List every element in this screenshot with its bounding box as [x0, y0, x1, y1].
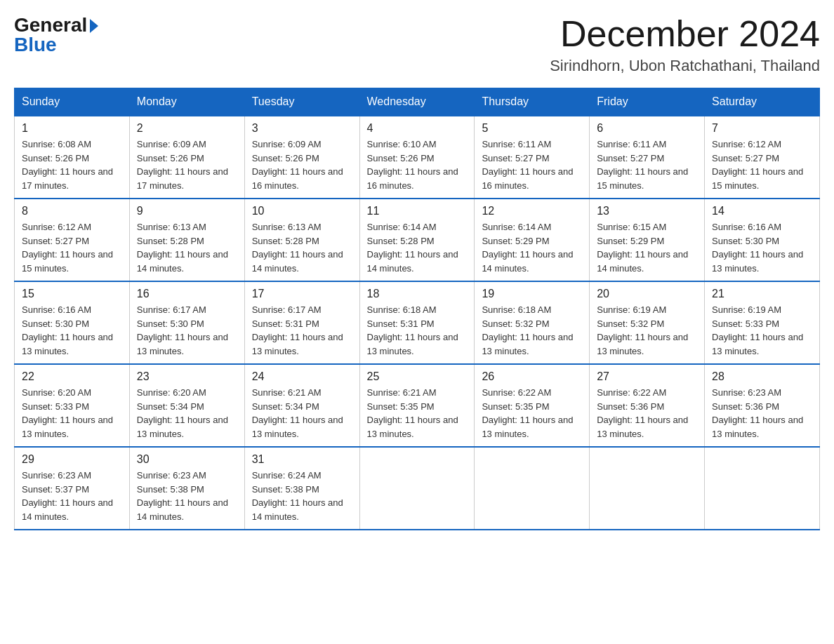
header-wednesday: Wednesday: [359, 88, 475, 116]
calendar-cell: 21 Sunrise: 6:19 AMSunset: 5:33 PMDaylig…: [705, 281, 820, 364]
day-number: 25: [367, 370, 468, 383]
calendar-cell: 23 Sunrise: 6:20 AMSunset: 5:34 PMDaylig…: [129, 364, 244, 447]
day-info: Sunrise: 6:13 AMSunset: 5:28 PMDaylight:…: [137, 222, 228, 274]
header-saturday: Saturday: [705, 88, 820, 116]
day-number: 8: [22, 205, 122, 217]
calendar-cell: 18 Sunrise: 6:18 AMSunset: 5:31 PMDaylig…: [359, 281, 475, 364]
calendar-cell: 13 Sunrise: 6:15 AMSunset: 5:29 PMDaylig…: [590, 199, 705, 281]
day-number: 15: [22, 288, 122, 300]
calendar-cell: [590, 447, 705, 530]
calendar-cell: 24 Sunrise: 6:21 AMSunset: 5:34 PMDaylig…: [244, 364, 359, 447]
day-number: 7: [712, 122, 812, 135]
day-number: 29: [22, 453, 122, 466]
calendar-cell: 15 Sunrise: 6:16 AMSunset: 5:30 PMDaylig…: [15, 281, 130, 364]
calendar-cell: 10 Sunrise: 6:13 AMSunset: 5:28 PMDaylig…: [244, 199, 359, 281]
day-info: Sunrise: 6:12 AMSunset: 5:27 PMDaylight:…: [22, 222, 113, 274]
calendar-cell: [359, 447, 475, 530]
calendar-week-row: 22 Sunrise: 6:20 AMSunset: 5:33 PMDaylig…: [15, 364, 820, 447]
header: General Blue December 2024 Sirindhorn, U…: [14, 14, 820, 75]
calendar-cell: 28 Sunrise: 6:23 AMSunset: 5:36 PMDaylig…: [705, 364, 820, 447]
calendar-cell: 31 Sunrise: 6:24 AMSunset: 5:38 PMDaylig…: [244, 447, 359, 530]
calendar-table: SundayMondayTuesdayWednesdayThursdayFrid…: [14, 88, 820, 530]
day-info: Sunrise: 6:20 AMSunset: 5:34 PMDaylight:…: [137, 387, 228, 439]
day-number: 31: [252, 453, 352, 466]
day-info: Sunrise: 6:19 AMSunset: 5:32 PMDaylight:…: [597, 304, 688, 356]
day-info: Sunrise: 6:14 AMSunset: 5:28 PMDaylight:…: [367, 222, 458, 274]
calendar-cell: 20 Sunrise: 6:19 AMSunset: 5:32 PMDaylig…: [590, 281, 705, 364]
calendar-cell: 12 Sunrise: 6:14 AMSunset: 5:29 PMDaylig…: [475, 199, 590, 281]
day-info: Sunrise: 6:16 AMSunset: 5:30 PMDaylight:…: [712, 222, 803, 274]
logo-blue-text: Blue: [14, 34, 57, 56]
title-area: December 2024 Sirindhorn, Ubon Ratchatha…: [550, 14, 820, 75]
day-number: 27: [597, 370, 697, 383]
day-info: Sunrise: 6:19 AMSunset: 5:33 PMDaylight:…: [712, 304, 803, 356]
day-number: 6: [597, 122, 697, 135]
day-info: Sunrise: 6:13 AMSunset: 5:28 PMDaylight:…: [252, 222, 343, 274]
day-number: 11: [367, 205, 468, 217]
day-number: 28: [712, 370, 812, 383]
day-number: 12: [482, 205, 582, 217]
day-info: Sunrise: 6:10 AMSunset: 5:26 PMDaylight:…: [367, 139, 458, 191]
calendar-cell: 6 Sunrise: 6:11 AMSunset: 5:27 PMDayligh…: [590, 116, 705, 199]
calendar-cell: 9 Sunrise: 6:13 AMSunset: 5:28 PMDayligh…: [129, 199, 244, 281]
day-number: 2: [137, 122, 237, 135]
header-thursday: Thursday: [475, 88, 590, 116]
month-title: December 2024: [550, 14, 820, 54]
day-info: Sunrise: 6:15 AMSunset: 5:29 PMDaylight:…: [597, 222, 688, 274]
day-number: 20: [597, 288, 697, 300]
day-info: Sunrise: 6:08 AMSunset: 5:26 PMDaylight:…: [22, 139, 113, 191]
day-number: 24: [252, 370, 352, 383]
day-info: Sunrise: 6:23 AMSunset: 5:37 PMDaylight:…: [22, 470, 113, 522]
day-number: 16: [137, 288, 237, 300]
day-number: 23: [137, 370, 237, 383]
calendar-cell: [475, 447, 590, 530]
calendar-cell: 3 Sunrise: 6:09 AMSunset: 5:26 PMDayligh…: [244, 116, 359, 199]
header-monday: Monday: [129, 88, 244, 116]
calendar-cell: 5 Sunrise: 6:11 AMSunset: 5:27 PMDayligh…: [475, 116, 590, 199]
day-info: Sunrise: 6:09 AMSunset: 5:26 PMDaylight:…: [137, 139, 228, 191]
logo: General Blue: [14, 14, 98, 56]
day-info: Sunrise: 6:23 AMSunset: 5:36 PMDaylight:…: [712, 387, 803, 439]
calendar-cell: 14 Sunrise: 6:16 AMSunset: 5:30 PMDaylig…: [705, 199, 820, 281]
day-info: Sunrise: 6:23 AMSunset: 5:38 PMDaylight:…: [137, 470, 228, 522]
day-number: 17: [252, 288, 352, 300]
day-number: 21: [712, 288, 812, 300]
day-info: Sunrise: 6:16 AMSunset: 5:30 PMDaylight:…: [22, 304, 113, 356]
calendar-cell: 11 Sunrise: 6:14 AMSunset: 5:28 PMDaylig…: [359, 199, 475, 281]
day-info: Sunrise: 6:12 AMSunset: 5:27 PMDaylight:…: [712, 139, 803, 191]
day-number: 5: [482, 122, 582, 135]
day-info: Sunrise: 6:09 AMSunset: 5:26 PMDaylight:…: [252, 139, 343, 191]
logo-arrow-icon: [90, 19, 98, 33]
calendar-cell: 25 Sunrise: 6:21 AMSunset: 5:35 PMDaylig…: [359, 364, 475, 447]
day-info: Sunrise: 6:21 AMSunset: 5:35 PMDaylight:…: [367, 387, 458, 439]
day-info: Sunrise: 6:21 AMSunset: 5:34 PMDaylight:…: [252, 387, 343, 439]
calendar-cell: [705, 447, 820, 530]
calendar-cell: 4 Sunrise: 6:10 AMSunset: 5:26 PMDayligh…: [359, 116, 475, 199]
calendar-cell: 8 Sunrise: 6:12 AMSunset: 5:27 PMDayligh…: [15, 199, 130, 281]
day-info: Sunrise: 6:24 AMSunset: 5:38 PMDaylight:…: [252, 470, 343, 522]
calendar-cell: 29 Sunrise: 6:23 AMSunset: 5:37 PMDaylig…: [15, 447, 130, 530]
day-info: Sunrise: 6:22 AMSunset: 5:36 PMDaylight:…: [597, 387, 688, 439]
calendar-cell: 27 Sunrise: 6:22 AMSunset: 5:36 PMDaylig…: [590, 364, 705, 447]
day-info: Sunrise: 6:20 AMSunset: 5:33 PMDaylight:…: [22, 387, 113, 439]
calendar-cell: 7 Sunrise: 6:12 AMSunset: 5:27 PMDayligh…: [705, 116, 820, 199]
day-number: 18: [367, 288, 468, 300]
calendar-cell: 30 Sunrise: 6:23 AMSunset: 5:38 PMDaylig…: [129, 447, 244, 530]
calendar-cell: 16 Sunrise: 6:17 AMSunset: 5:30 PMDaylig…: [129, 281, 244, 364]
calendar-cell: 1 Sunrise: 6:08 AMSunset: 5:26 PMDayligh…: [15, 116, 130, 199]
calendar-week-row: 29 Sunrise: 6:23 AMSunset: 5:37 PMDaylig…: [15, 447, 820, 530]
day-number: 3: [252, 122, 352, 135]
header-sunday: Sunday: [15, 88, 130, 116]
calendar-cell: 22 Sunrise: 6:20 AMSunset: 5:33 PMDaylig…: [15, 364, 130, 447]
day-info: Sunrise: 6:18 AMSunset: 5:32 PMDaylight:…: [482, 304, 573, 356]
calendar-week-row: 15 Sunrise: 6:16 AMSunset: 5:30 PMDaylig…: [15, 281, 820, 364]
day-number: 1: [22, 122, 122, 135]
calendar-week-row: 8 Sunrise: 6:12 AMSunset: 5:27 PMDayligh…: [15, 199, 820, 281]
day-number: 4: [367, 122, 468, 135]
day-number: 10: [252, 205, 352, 217]
calendar-cell: 26 Sunrise: 6:22 AMSunset: 5:35 PMDaylig…: [475, 364, 590, 447]
day-info: Sunrise: 6:17 AMSunset: 5:30 PMDaylight:…: [137, 304, 228, 356]
header-tuesday: Tuesday: [244, 88, 359, 116]
day-number: 26: [482, 370, 582, 383]
calendar-header-row: SundayMondayTuesdayWednesdayThursdayFrid…: [15, 88, 820, 116]
